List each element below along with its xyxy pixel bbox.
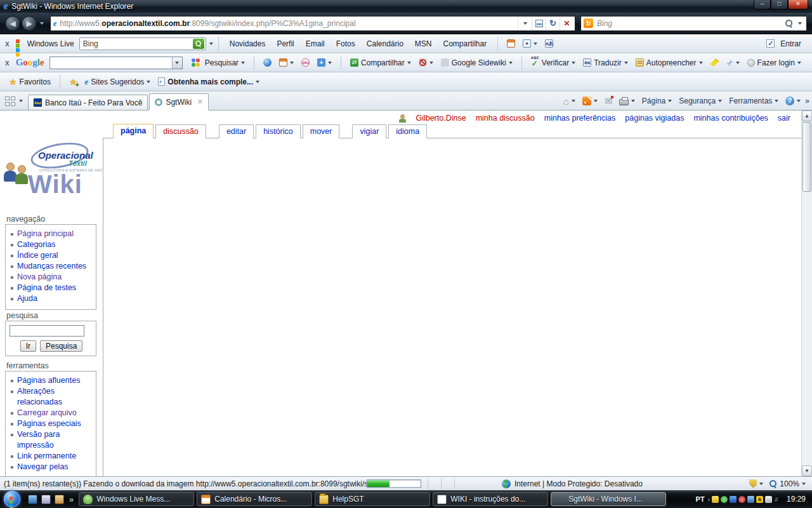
google-search-button[interactable]: Pesquisar: [187, 58, 245, 67]
live-photo-button[interactable]: [507, 39, 515, 48]
forward-button[interactable]: ▶: [22, 16, 37, 31]
sidebar-link[interactable]: Alterações relacionadas: [17, 387, 62, 406]
close-toolbar-button[interactable]: x: [5, 58, 10, 67]
live-toolbar-link[interactable]: MSN: [415, 39, 432, 48]
search-go-button[interactable]: Ir: [20, 340, 36, 352]
user-bar-link[interactable]: páginas vigiadas: [625, 114, 684, 123]
wiki-tab[interactable]: vigiar: [352, 124, 386, 138]
search-icon[interactable]: [785, 20, 793, 27]
security-tray-icon[interactable]: [721, 496, 728, 503]
wiki-tab[interactable]: mover: [303, 124, 340, 138]
read-mail-button[interactable]: ✉: [602, 96, 615, 106]
overflow-chevron[interactable]: »: [805, 97, 809, 105]
wiki-search-input[interactable]: [10, 325, 84, 337]
sidebar-link[interactable]: Páginas especiais: [17, 419, 81, 428]
taskbar-button[interactable]: HelpSGT: [315, 492, 430, 506]
sidebar-link[interactable]: Páginas afluentes: [17, 376, 80, 385]
toolbar-options-button[interactable]: ✂: [727, 58, 740, 67]
live-translate-button[interactable]: aあ: [545, 39, 553, 48]
quick-launch-icon[interactable]: [55, 495, 64, 504]
translate-button[interactable]: âaTraduzir: [583, 58, 628, 67]
refresh-button[interactable]: ↻: [546, 17, 560, 30]
sidebar-link[interactable]: Carregar arquivo: [17, 408, 77, 417]
share-button[interactable]: ⇄Compartilhar: [350, 58, 411, 67]
sidebar-link[interactable]: Índice geral: [17, 251, 58, 260]
live-toolbar-link[interactable]: Novidades: [230, 39, 266, 48]
google-search-history-dropdown[interactable]: [172, 57, 182, 69]
minimize-button[interactable]: –: [754, 0, 771, 10]
volume-tray-icon[interactable]: ♫: [774, 496, 781, 503]
battery-tray-icon[interactable]: [765, 496, 772, 503]
google-search-field[interactable]: [49, 57, 183, 69]
display-tray-icon[interactable]: [747, 496, 754, 503]
tools-menu-button[interactable]: Ferramentas: [726, 97, 781, 105]
start-button[interactable]: [4, 491, 20, 507]
search-box[interactable]: b Bing: [580, 16, 807, 31]
orkut-button[interactable]: otu: [301, 58, 310, 67]
close-tab-button[interactable]: ✕: [197, 98, 203, 106]
user-bar-link[interactable]: Gilberto.Dinse: [416, 114, 466, 123]
language-tool-tray-icon[interactable]: A: [756, 496, 763, 503]
taskbar-button[interactable]: SgtWiki - Windows I...: [551, 492, 666, 506]
safety-menu-button[interactable]: Segurança: [676, 97, 724, 105]
live-search-button[interactable]: [193, 39, 204, 49]
sidebar-link[interactable]: Mudanças recentes: [17, 262, 86, 271]
live-toolbar-link[interactable]: Compartilhar: [443, 39, 487, 48]
history-dropdown-icon[interactable]: [40, 22, 44, 25]
browser-tab[interactable]: Itaú Banco Itaú - Feito Para Você: [28, 95, 148, 110]
search-options-dropdown[interactable]: [798, 22, 802, 25]
maximize-button[interactable]: □: [771, 0, 788, 10]
live-mail-button[interactable]: ■: [523, 39, 537, 48]
vertical-scrollbar[interactable]: ▲ ▼: [801, 110, 812, 476]
sidebar-link[interactable]: Versão para impressão: [17, 430, 60, 450]
user-bar-link[interactable]: minha discussão: [476, 114, 535, 123]
url-text[interactable]: http://www5.operacionaltextil.com.br:809…: [60, 19, 518, 28]
add-gadget-button[interactable]: +: [317, 58, 332, 67]
wiki-tab[interactable]: página: [113, 124, 154, 138]
tray-expand-icon[interactable]: ‹: [708, 496, 710, 503]
browser-tab-active[interactable]: SgtWiki ✕: [149, 93, 209, 110]
sidebar-link[interactable]: Página principal: [17, 229, 74, 238]
alert-tray-icon[interactable]: [738, 496, 745, 503]
google-earth-button[interactable]: [263, 58, 272, 67]
address-dropdown[interactable]: [518, 17, 532, 30]
tab-list-dropdown[interactable]: [19, 100, 23, 102]
taskbar-button[interactable]: Calendário - Micros...: [197, 492, 312, 506]
web-slice-button[interactable]: eObtenha mais comple...: [158, 77, 259, 86]
live-search-field[interactable]: [79, 37, 206, 50]
live-toolbar-link[interactable]: Fotos: [336, 39, 355, 48]
sidebar-link[interactable]: Navegar pelas: [17, 462, 69, 471]
sidebar-link[interactable]: Categorias: [17, 240, 55, 249]
favorites-button[interactable]: ★Favoritos: [9, 77, 51, 87]
search-fulltext-button[interactable]: Pesquisa: [40, 340, 82, 352]
spellcheck-button[interactable]: Verificar: [531, 58, 575, 67]
back-button[interactable]: ◀: [5, 16, 20, 31]
live-toolbar-link[interactable]: Perfil: [277, 39, 294, 48]
wiki-tab[interactable]: editar: [219, 124, 254, 138]
close-button[interactable]: ✕: [788, 0, 808, 10]
mail-tray-icon[interactable]: [712, 496, 719, 503]
add-favorite-button[interactable]: ★: [69, 77, 77, 87]
zoom-control[interactable]: 100%: [769, 479, 806, 488]
live-search-input[interactable]: [80, 39, 193, 48]
live-signin-link[interactable]: Entrar: [780, 39, 801, 48]
compatibility-view-button[interactable]: [532, 17, 546, 30]
switch-windows-icon[interactable]: [41, 495, 51, 504]
google-calendar-button[interactable]: [279, 58, 294, 67]
bluetooth-tray-icon[interactable]: [730, 496, 737, 503]
sidebar-link[interactable]: Link permanente: [17, 451, 76, 460]
language-indicator[interactable]: PT: [696, 495, 705, 503]
help-button[interactable]: ?: [783, 97, 803, 105]
popup-blocker-button[interactable]: [419, 58, 433, 67]
stop-button[interactable]: ✕: [560, 17, 573, 30]
sidebar-link[interactable]: Ajuda: [17, 294, 37, 303]
live-toolbar-link[interactable]: Email: [306, 39, 325, 48]
wiki-tab[interactable]: idioma: [388, 124, 427, 138]
quick-launch-chevron[interactable]: »: [69, 495, 74, 504]
sidebar-link[interactable]: Página de testes: [17, 283, 76, 292]
taskbar-clock[interactable]: 19:29: [787, 495, 806, 504]
autofill-button[interactable]: Autopreencher: [636, 58, 703, 67]
live-search-dropdown[interactable]: [209, 43, 213, 45]
google-search-input[interactable]: [50, 58, 172, 67]
sidewiki-button[interactable]: Google Sidewiki: [441, 58, 513, 67]
